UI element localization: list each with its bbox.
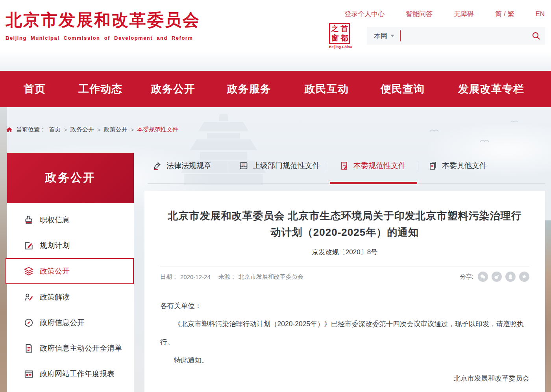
source-label: 来源： xyxy=(218,273,236,281)
sidebar-item-label: 规划计划 xyxy=(40,240,70,251)
active-tab-underline xyxy=(330,182,417,184)
breadcrumb-separator: > xyxy=(131,126,134,133)
tab-label: 本委规范性文件 xyxy=(353,161,406,171)
breadcrumb-policy-openness[interactable]: 政策公开 xyxy=(104,126,128,133)
tab-commission-normative-documents[interactable]: 本委规范性文件 xyxy=(340,161,406,171)
site-logo[interactable]: 北京市发展和改革委员会 Beijing Municipal Commission… xyxy=(6,9,200,41)
breadcrumb-current[interactable]: 本委规范性文件 xyxy=(137,126,178,133)
share-favorite-button[interactable] xyxy=(519,272,529,282)
site-search: 本网 xyxy=(367,27,545,45)
sidebar-item-label: 职权信息 xyxy=(40,215,70,225)
sidebar-item-label: 政府网站工作年度报表 xyxy=(40,369,115,379)
share-label: 分享: xyxy=(460,273,473,281)
nav-item-home[interactable]: 首页 xyxy=(24,82,46,96)
share-bar: 分享: xyxy=(460,272,529,282)
nav-item-work-news[interactable]: 工作动态 xyxy=(78,82,122,96)
documents-icon xyxy=(428,161,438,170)
stamp-icon xyxy=(24,215,34,225)
report-icon xyxy=(24,369,34,379)
bird-decoration xyxy=(510,119,519,124)
breadcrumb: 当前位置： 首页 > 政务公开 > 政策公开 > 本委规范性文件 xyxy=(6,126,178,133)
date-label: 日期： xyxy=(160,273,178,281)
article-date: 2020-12-24 xyxy=(180,274,211,280)
inbox-icon xyxy=(239,161,248,170)
wechat-icon xyxy=(480,274,486,280)
stamp-char: 都 xyxy=(340,33,349,43)
breadcrumb-separator: > xyxy=(97,126,101,133)
sidebar-title: 政务公开 xyxy=(45,170,96,186)
left-background-strip xyxy=(0,107,7,392)
tab-superior-normative-documents[interactable]: 上级部门规范性文件 xyxy=(239,161,320,171)
english-link[interactable]: EN xyxy=(535,10,545,18)
content-background: 当前位置： 首页 > 政务公开 > 政策公开 > 本委规范性文件 政务公开 职权… xyxy=(0,107,551,392)
tab-divider xyxy=(227,161,227,172)
qq-icon xyxy=(507,274,514,280)
utility-links: 登录个人中心 智能问答 无障碍 简 / 繁 EN xyxy=(344,9,545,18)
sidebar-item-policy-interpretation[interactable]: 政策解读 xyxy=(7,284,134,310)
breadcrumb-gov-openness[interactable]: 政务公开 xyxy=(70,126,94,133)
breadcrumb-home[interactable]: 首页 xyxy=(49,126,61,133)
article-meta-row: 日期：2020-12-24 来源：北京市发展和改革委员会 分享: xyxy=(160,272,529,282)
article-source: 北京市发展和改革委员会 xyxy=(239,273,303,281)
sidebar-item-authority-info[interactable]: 职权信息 xyxy=(7,207,134,233)
article-panel: 北京市发展和改革委员会 北京市生态环境局关于印发北京市塑料污染治理行动计划（20… xyxy=(144,191,545,392)
search-button[interactable] xyxy=(527,27,545,45)
sidebar-item-policy-openness[interactable]: 政策公开 xyxy=(6,258,134,284)
nav-item-gov-openness[interactable]: 政务公开 xyxy=(151,82,195,96)
right-background-strip xyxy=(545,220,551,392)
chevron-down-icon xyxy=(390,35,394,37)
layers-icon xyxy=(24,266,34,276)
compass-icon xyxy=(24,318,34,328)
sidebar-item-label: 政策公开 xyxy=(40,266,70,276)
document-number: 京发改规〔2020〕8号 xyxy=(160,248,529,257)
nav-item-reform-column[interactable]: 发展改革专栏 xyxy=(458,82,524,96)
tab-label: 法律法规规章 xyxy=(166,161,211,171)
sidebar-item-decision-catalog[interactable]: 决策目录 xyxy=(7,386,134,392)
stamp-caption: Beijing-China xyxy=(329,45,352,49)
sidebar-item-label: 政府信息主动公开全清单 xyxy=(40,343,122,353)
weibo-icon xyxy=(494,274,500,280)
bird-decoration xyxy=(479,138,490,143)
paragraph: 《北京市塑料污染治理行动计划（2020-2025年）》已经市委深改委第十四次会议… xyxy=(160,315,529,351)
login-personal-center-link[interactable]: 登录个人中心 xyxy=(344,9,385,18)
share-qq-button[interactable] xyxy=(505,272,516,282)
nav-item-gov-services[interactable]: 政务服务 xyxy=(227,82,271,96)
article-body: 各有关单位： 《北京市塑料污染治理行动计划（2020-2025年）》已经市委深改… xyxy=(160,297,529,387)
gavel-icon xyxy=(153,161,162,170)
favorite-icon xyxy=(521,274,527,280)
sidebar-item-label: 政府信息公开 xyxy=(40,318,85,328)
sidebar-item-planning[interactable]: 规划计划 xyxy=(7,233,134,258)
tab-laws-regulations[interactable]: 法律法规规章 xyxy=(153,161,211,171)
smart-qa-link[interactable]: 智能问答 xyxy=(406,9,433,18)
sidebar-header: 政务公开 xyxy=(7,153,134,203)
tab-commission-other-documents[interactable]: 本委其他文件 xyxy=(428,161,487,171)
sidebar-item-gov-info-openness[interactable]: 政府信息公开 xyxy=(7,310,134,335)
tab-label: 本委其他文件 xyxy=(442,161,487,171)
tab-divider xyxy=(327,161,327,172)
sidebar-item-annual-website-report[interactable]: 政府网站工作年度报表 xyxy=(7,361,134,386)
document-list-icon xyxy=(24,343,34,353)
bird-decoration xyxy=(429,128,439,133)
search-scope-dropdown[interactable]: 本网 xyxy=(367,31,400,41)
nav-item-convenient-query[interactable]: 便民查询 xyxy=(381,82,425,96)
accessibility-link[interactable]: 无障碍 xyxy=(454,9,474,18)
capital-window-stamp-logo[interactable]: 之 首 窗 都 Beijing-China xyxy=(329,23,352,49)
stamp-char: 首 xyxy=(340,24,349,33)
search-scope-label: 本网 xyxy=(374,31,387,41)
search-input[interactable] xyxy=(401,27,527,45)
signature: 北京市发展和改革委员会 xyxy=(160,369,529,387)
sidebar-item-proactive-disclosure-list[interactable]: 政府信息主动公开全清单 xyxy=(7,335,134,361)
main-navigation: 首页 工作动态 政务公开 政务服务 政民互动 便民查询 发展改革专栏 xyxy=(0,71,551,107)
nav-item-public-interaction[interactable]: 政民互动 xyxy=(305,82,349,96)
panel-divider xyxy=(160,266,529,266)
simplified-traditional-toggle[interactable]: 简 / 繁 xyxy=(495,9,514,18)
stamp-seal: 之 首 窗 都 xyxy=(329,23,350,44)
salutation: 各有关单位： xyxy=(160,297,529,315)
person-pen-icon xyxy=(24,292,34,302)
sidebar-item-label: 政策解读 xyxy=(40,292,70,302)
home-icon[interactable] xyxy=(6,126,13,133)
document-pen-icon xyxy=(340,161,349,170)
share-weibo-button[interactable] xyxy=(492,272,502,282)
share-wechat-button[interactable] xyxy=(478,272,488,282)
sidebar-list: 职权信息 规划计划 政策公开 xyxy=(7,203,134,392)
